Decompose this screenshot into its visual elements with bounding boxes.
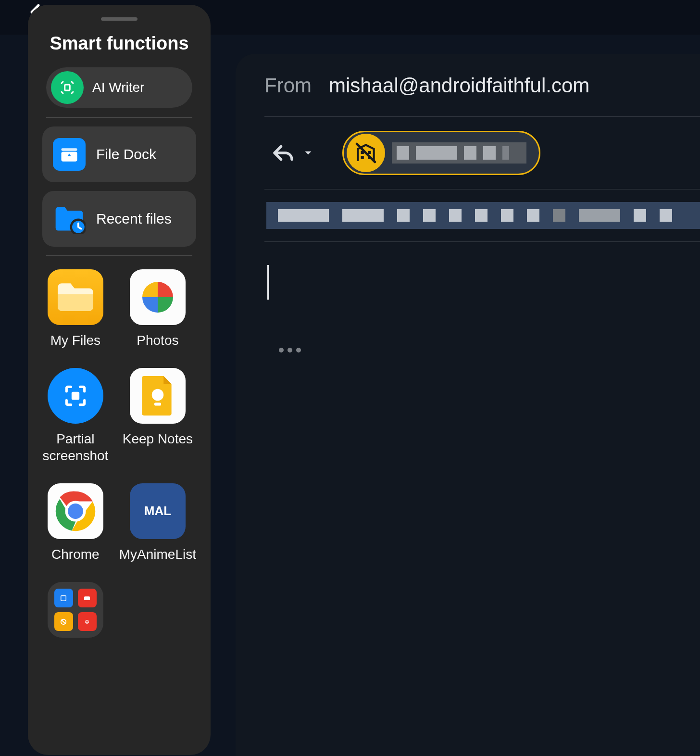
recipient-chip[interactable] — [342, 131, 540, 175]
expand-trimmed-icon[interactable] — [279, 348, 700, 353]
svg-rect-16 — [368, 151, 371, 154]
mini-icon — [78, 612, 97, 631]
app-photos[interactable]: Photos — [119, 269, 196, 349]
recent-files-icon — [53, 202, 86, 235]
panel-divider — [46, 117, 192, 118]
recent-files-label: Recent files — [96, 210, 172, 228]
app-grid: My Files Photos — [37, 265, 202, 643]
partial-screenshot-icon — [48, 368, 103, 424]
no-building-icon — [347, 134, 385, 172]
app-chrome[interactable]: Chrome — [42, 483, 109, 563]
app-folder[interactable] — [42, 582, 109, 638]
reply-icon — [270, 140, 296, 166]
my-files-icon — [48, 269, 103, 325]
myanimelist-icon: MAL — [130, 483, 186, 539]
app-label: Chrome — [51, 546, 100, 563]
file-dock-button[interactable]: File Dock — [42, 126, 196, 182]
panel-drag-handle[interactable] — [101, 17, 138, 21]
keep-notes-icon — [130, 368, 186, 424]
file-dock-label: File Dock — [96, 145, 156, 164]
app-keep-notes[interactable]: Keep Notes — [119, 368, 196, 464]
email-body[interactable] — [264, 242, 700, 353]
app-partial-screenshot[interactable]: Partial screenshot — [42, 368, 109, 464]
compose-area: From mishaal@androidfaithful.com — [236, 54, 700, 756]
svg-point-5 — [152, 389, 164, 401]
svg-text:MAL: MAL — [144, 504, 171, 518]
chevron-down-icon — [302, 147, 314, 159]
folder-icon — [48, 582, 103, 638]
svg-rect-17 — [361, 156, 364, 159]
mini-icon — [54, 589, 73, 607]
app-label: MyAnimeList — [119, 546, 196, 563]
app-label: Photos — [137, 332, 178, 349]
smart-functions-panel: Smart functions AI Writer File Dock — [28, 5, 211, 755]
subject-row[interactable] — [264, 189, 700, 241]
app-label: Partial screenshot — [42, 430, 109, 464]
svg-rect-6 — [154, 403, 161, 405]
svg-rect-11 — [61, 595, 66, 601]
file-dock-icon — [53, 138, 86, 171]
app-myanimelist[interactable]: MAL MyAnimeList — [119, 483, 196, 563]
recipient-redacted — [392, 142, 526, 164]
ai-writer-button[interactable]: AI Writer — [46, 67, 192, 108]
app-my-files[interactable]: My Files — [42, 269, 109, 349]
to-row — [264, 117, 700, 189]
app-label: Keep Notes — [123, 430, 193, 447]
svg-rect-12 — [84, 596, 90, 600]
chrome-icon — [48, 483, 103, 539]
svg-rect-1 — [62, 152, 77, 162]
svg-rect-4 — [72, 392, 79, 400]
subject-redacted — [266, 202, 700, 229]
text-cursor — [267, 265, 269, 300]
app-label: My Files — [50, 332, 100, 349]
mini-icon — [54, 612, 73, 631]
recent-files-button[interactable]: Recent files — [42, 191, 196, 247]
from-label: From — [264, 74, 312, 97]
ai-writer-icon — [51, 71, 84, 104]
ai-writer-label: AI Writer — [92, 80, 144, 95]
panel-title: Smart functions — [37, 33, 202, 54]
from-row[interactable]: From mishaal@androidfaithful.com — [264, 74, 700, 116]
panel-divider — [46, 255, 192, 256]
reply-mode-button[interactable] — [270, 140, 314, 166]
photos-icon — [130, 269, 186, 325]
mini-icon — [78, 589, 97, 607]
svg-rect-0 — [65, 85, 70, 90]
from-email: mishaal@androidfaithful.com — [329, 74, 589, 97]
svg-rect-2 — [62, 148, 77, 151]
